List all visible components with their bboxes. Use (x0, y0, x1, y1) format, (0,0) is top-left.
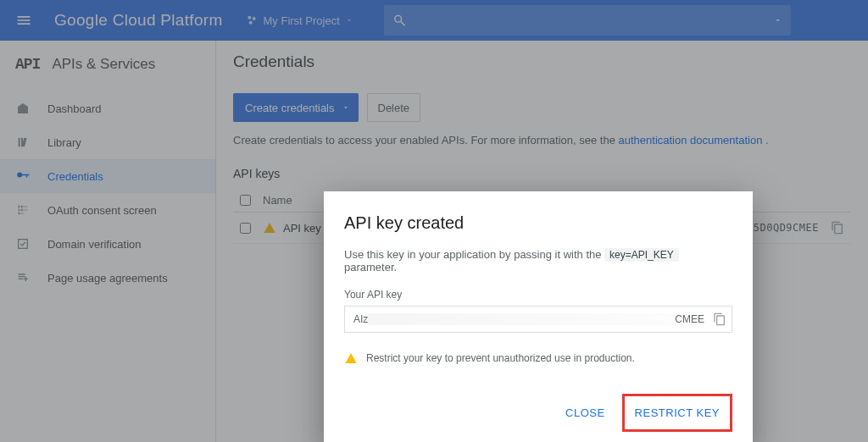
dialog-warning: Restrict your key to prevent unauthorize… (344, 351, 732, 365)
annotation-highlight: RESTRICT KEY (622, 394, 732, 432)
key-mask (368, 313, 675, 325)
api-key-field[interactable]: AIz CMEE (344, 306, 732, 333)
key-suffix: CMEE (675, 313, 704, 325)
dialog-title: API key created (344, 213, 732, 233)
warning-icon (344, 351, 358, 365)
dialog-actions: CLOSE RESTRICT KEY (344, 394, 732, 440)
copy-icon[interactable] (713, 312, 726, 326)
api-key-created-dialog: API key created Use this key in your app… (324, 191, 753, 442)
close-button[interactable]: CLOSE (555, 394, 615, 432)
warning-text: Restrict your key to prevent unauthorize… (366, 352, 635, 364)
restrict-key-button[interactable]: RESTRICT KEY (625, 398, 730, 428)
dialog-description: Use this key in your application by pass… (344, 248, 732, 273)
api-key-label: Your API key (344, 289, 732, 301)
key-prefix: AIz (353, 313, 368, 325)
